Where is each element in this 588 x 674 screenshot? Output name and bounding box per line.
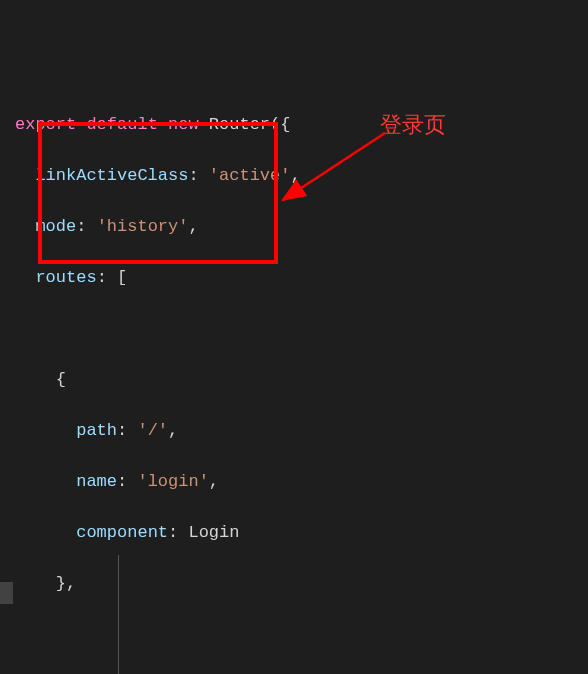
code-line-6: path: '/', — [0, 418, 588, 444]
prop-routes: routes — [35, 268, 96, 287]
kw-new: new — [168, 115, 199, 134]
val-history: 'history' — [97, 217, 189, 236]
kw-export: export — [15, 115, 76, 134]
scrollbar-thumb[interactable] — [0, 582, 13, 604]
ident-router: Router — [209, 115, 270, 134]
val-active: 'active' — [209, 166, 291, 185]
code-line-5: { — [0, 367, 588, 393]
code-line-3: mode: 'history', — [0, 214, 588, 240]
code-line-blank1 — [0, 316, 588, 342]
indent-guide — [118, 555, 119, 674]
comp-login: Login — [188, 523, 239, 542]
prop-linkactive: linkActiveClass — [35, 166, 188, 185]
prop-comp-1: component — [76, 523, 168, 542]
val-root: '/' — [137, 421, 168, 440]
code-line-4: routes: [ — [0, 265, 588, 291]
prop-mode: mode — [35, 217, 76, 236]
kw-default: default — [86, 115, 157, 134]
val-login: 'login' — [137, 472, 208, 491]
code-line-1: export default new Router({ — [0, 112, 588, 138]
annotation-highlight-box — [38, 122, 278, 264]
code-line-9: }, — [0, 571, 588, 597]
prop-name-1: name — [76, 472, 117, 491]
code-line-7: name: 'login', — [0, 469, 588, 495]
code-line-2: linkActiveClass: 'active', — [0, 163, 588, 189]
code-line-blank2 — [0, 622, 588, 648]
code-line-8: component: Login — [0, 520, 588, 546]
prop-path-1: path — [76, 421, 117, 440]
